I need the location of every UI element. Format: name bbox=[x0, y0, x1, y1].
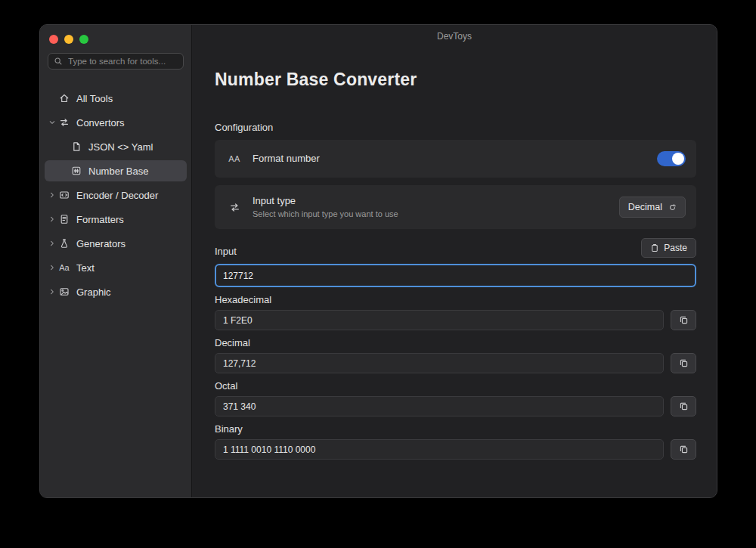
paste-button[interactable]: Paste bbox=[641, 238, 696, 258]
search-box bbox=[48, 53, 184, 70]
chevron-right-icon bbox=[46, 215, 58, 223]
main-content: DevToys Number Base Converter Configurat… bbox=[192, 25, 717, 497]
sidebar: All Tools Convertors bbox=[40, 25, 192, 497]
hexadecimal-label: Hexadecimal bbox=[215, 294, 696, 305]
paste-button-label: Paste bbox=[664, 243, 687, 253]
titlebar: DevToys bbox=[192, 25, 717, 48]
octal-value[interactable]: 371 340 bbox=[215, 396, 664, 416]
sidebar-item-label: Graphic bbox=[76, 286, 111, 298]
decimal-value[interactable]: 127,712 bbox=[215, 353, 664, 373]
input-type-description: Select which input type you want to use bbox=[253, 209, 398, 219]
sidebar-item-number-base[interactable]: Number Base bbox=[45, 160, 187, 181]
chevron-down-icon bbox=[46, 119, 58, 126]
number-base-icon bbox=[70, 166, 82, 176]
format-number-toggle[interactable] bbox=[657, 151, 686, 166]
sidebar-item-label: Text bbox=[76, 262, 94, 274]
chevron-right-icon bbox=[46, 264, 58, 271]
decimal-row: 127,712 bbox=[215, 353, 696, 373]
input-type-card: Input type Select which input type you w… bbox=[215, 185, 696, 229]
app-window: All Tools Convertors bbox=[39, 24, 717, 498]
sidebar-item-graphic[interactable]: Graphic bbox=[45, 281, 187, 302]
sidebar-item-label: Generators bbox=[76, 238, 125, 249]
minimize-button[interactable] bbox=[64, 35, 73, 44]
encoder-icon bbox=[58, 190, 70, 200]
input-type-select[interactable]: Decimal bbox=[619, 197, 686, 218]
format-number-card: AA Format number bbox=[215, 140, 696, 178]
chevron-right-icon bbox=[46, 288, 58, 296]
format-number-icon: AA bbox=[225, 154, 243, 163]
copy-button[interactable] bbox=[671, 353, 696, 373]
binary-row: 1 1111 0010 1110 0000 bbox=[215, 439, 696, 460]
toggle-knob bbox=[672, 153, 684, 165]
swap-icon bbox=[225, 202, 243, 213]
page-title: Number Base Converter bbox=[215, 69, 696, 90]
octal-label: Octal bbox=[215, 380, 696, 392]
sidebar-item-encoder-decoder[interactable]: Encoder / Decoder bbox=[45, 184, 187, 206]
sidebar-item-convertors[interactable]: Convertors bbox=[45, 112, 187, 133]
binary-label: Binary bbox=[215, 423, 696, 435]
sidebar-item-label: Formatters bbox=[76, 214, 124, 225]
configuration-section-label: Configuration bbox=[215, 122, 696, 134]
sidebar-item-label: JSON <> Yaml bbox=[88, 141, 153, 153]
input-type-label: Input type bbox=[253, 195, 398, 207]
zoom-button[interactable] bbox=[79, 35, 88, 44]
chevron-right-icon bbox=[46, 240, 58, 247]
copy-button[interactable] bbox=[671, 439, 696, 460]
copy-icon bbox=[679, 315, 689, 325]
window-controls bbox=[40, 25, 191, 44]
convert-icon bbox=[58, 117, 70, 128]
search-input[interactable] bbox=[67, 56, 178, 67]
sidebar-item-formatters[interactable]: Formatters bbox=[45, 209, 187, 230]
sidebar-item-json-yaml[interactable]: JSON <> Yaml bbox=[45, 136, 187, 157]
text-icon: Aa bbox=[58, 263, 70, 272]
copy-icon bbox=[679, 444, 689, 454]
formatter-icon bbox=[58, 214, 70, 224]
copy-icon bbox=[679, 401, 689, 411]
decimal-label: Decimal bbox=[215, 337, 696, 348]
input-field[interactable] bbox=[215, 264, 696, 287]
search-icon bbox=[54, 57, 63, 66]
input-label: Input bbox=[215, 246, 237, 258]
hexadecimal-row: 1 F2E0 bbox=[215, 310, 696, 330]
close-button[interactable] bbox=[49, 35, 58, 44]
clipboard-icon bbox=[650, 243, 659, 252]
generator-icon bbox=[58, 238, 70, 249]
dropdown-icon bbox=[668, 203, 677, 212]
sidebar-item-label: Convertors bbox=[76, 117, 125, 128]
sidebar-nav: All Tools Convertors bbox=[40, 88, 191, 302]
sidebar-item-label: Encoder / Decoder bbox=[76, 190, 158, 201]
binary-value[interactable]: 1 1111 0010 1110 0000 bbox=[215, 439, 664, 460]
copy-button[interactable] bbox=[671, 396, 696, 416]
sidebar-item-label: All Tools bbox=[76, 93, 113, 104]
copy-icon bbox=[679, 358, 689, 368]
home-icon bbox=[58, 93, 70, 104]
format-number-label: Format number bbox=[253, 153, 320, 165]
sidebar-item-text[interactable]: Aa Text bbox=[45, 257, 187, 278]
input-type-selected-value: Decimal bbox=[628, 202, 662, 212]
image-icon bbox=[58, 286, 70, 297]
octal-row: 371 340 bbox=[215, 396, 696, 416]
sidebar-item-label: Number Base bbox=[88, 166, 148, 177]
copy-button[interactable] bbox=[671, 310, 696, 330]
document-icon bbox=[70, 141, 82, 152]
hexadecimal-value[interactable]: 1 F2E0 bbox=[215, 310, 664, 330]
sidebar-item-all-tools[interactable]: All Tools bbox=[45, 88, 187, 109]
window-title: DevToys bbox=[437, 31, 472, 42]
chevron-right-icon bbox=[46, 191, 58, 199]
sidebar-item-generators[interactable]: Generators bbox=[45, 233, 187, 254]
